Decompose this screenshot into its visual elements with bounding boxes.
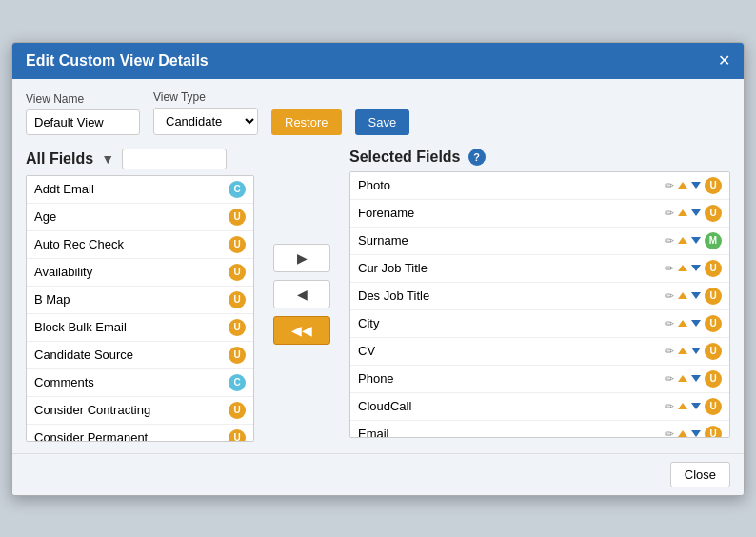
list-item[interactable]: CommentsC — [27, 369, 253, 397]
down-triangle-icon — [691, 292, 701, 299]
list-item[interactable]: Auto Rec CheckU — [27, 231, 253, 259]
move-down-button[interactable] — [691, 320, 701, 327]
down-triangle-icon — [691, 348, 701, 354]
move-down-button[interactable] — [691, 348, 701, 354]
edit-icon[interactable]: ✏ — [665, 289, 674, 303]
list-item[interactable]: AvailabilityU — [27, 259, 253, 287]
help-icon[interactable]: ? — [468, 149, 486, 166]
left-arrow-icon: ◀ — [297, 287, 308, 302]
up-triangle-icon — [678, 320, 687, 327]
move-up-button[interactable] — [678, 320, 687, 327]
list-item[interactable]: AgeU — [27, 204, 253, 231]
selected-field-badge: M — [705, 232, 722, 249]
move-down-button[interactable] — [691, 237, 701, 244]
selected-field-name: Photo — [358, 178, 659, 192]
view-type-select[interactable]: Candidate — [153, 108, 258, 135]
close-button[interactable]: Close — [670, 462, 730, 487]
double-left-arrow-icon: ◀◀ — [291, 323, 312, 338]
middle-controls: ▶ ◀ ◀◀ — [264, 244, 340, 345]
close-icon[interactable]: ✕ — [718, 53, 730, 69]
edit-icon[interactable]: ✏ — [665, 262, 674, 275]
move-up-button[interactable] — [678, 182, 687, 189]
remove-all-fields-button[interactable]: ◀◀ — [273, 316, 330, 345]
up-triangle-icon — [678, 265, 687, 271]
field-item-name: Block Bulk Email — [34, 320, 127, 334]
list-item[interactable]: Consider ContractingU — [27, 397, 253, 425]
list-item: CV✏U — [350, 338, 729, 366]
down-triangle-icon — [691, 182, 701, 189]
move-down-button[interactable] — [691, 265, 701, 271]
move-up-button[interactable] — [678, 348, 687, 354]
edit-icon[interactable]: ✏ — [665, 234, 674, 248]
edit-icon[interactable]: ✏ — [665, 372, 674, 386]
columns-area: All Fields ▼ Addt EmailCAgeUAuto Rec Che… — [26, 149, 730, 442]
move-down-button[interactable] — [691, 182, 701, 189]
edit-icon[interactable]: ✏ — [665, 345, 674, 358]
list-item[interactable]: Candidate SourceU — [27, 342, 253, 369]
edit-icon[interactable]: ✏ — [665, 428, 674, 438]
up-triangle-icon — [678, 292, 687, 299]
list-item: CloudCall✏U — [350, 393, 729, 421]
save-button[interactable]: Save — [355, 109, 410, 135]
selected-field-name: CloudCall — [358, 399, 659, 413]
move-up-button[interactable] — [678, 209, 687, 216]
edit-icon[interactable]: ✏ — [665, 179, 674, 192]
selected-field-badge: U — [705, 260, 722, 277]
remove-field-button[interactable]: ◀ — [273, 280, 330, 308]
down-triangle-icon — [691, 209, 701, 216]
selected-field-name: Phone — [358, 371, 659, 386]
list-item[interactable]: B MapU — [27, 287, 253, 314]
selected-field-badge: U — [705, 398, 722, 415]
field-item-name: Consider Contracting — [34, 403, 150, 417]
up-triangle-icon — [678, 209, 687, 216]
selected-field-controls: ✏U — [665, 398, 722, 415]
view-name-input[interactable] — [26, 109, 140, 135]
move-up-button[interactable] — [678, 403, 687, 409]
selected-field-badge: U — [705, 288, 722, 305]
selected-field-controls: ✏U — [665, 205, 722, 222]
move-down-button[interactable] — [691, 209, 701, 216]
edit-icon[interactable]: ✏ — [665, 207, 674, 220]
view-type-group: View Type Candidate — [153, 90, 258, 135]
list-item: City✏U — [350, 310, 729, 338]
move-up-button[interactable] — [678, 265, 687, 271]
move-down-button[interactable] — [691, 403, 701, 409]
field-item-name: Consider Permanent — [34, 430, 148, 442]
edit-icon[interactable]: ✏ — [665, 317, 674, 330]
move-up-button[interactable] — [678, 292, 687, 299]
field-item-name: Age — [34, 209, 56, 224]
move-down-button[interactable] — [691, 292, 701, 299]
list-item[interactable]: Block Bulk EmailU — [27, 314, 253, 342]
modal-header: Edit Custom View Details ✕ — [12, 43, 744, 79]
list-item: Email✏U — [350, 421, 729, 438]
all-fields-search[interactable] — [122, 149, 227, 169]
selected-fields-title: Selected Fields — [349, 149, 461, 166]
all-fields-list: Addt EmailCAgeUAuto Rec CheckUAvailabili… — [26, 175, 254, 442]
up-triangle-icon — [678, 182, 687, 189]
list-item[interactable]: Addt EmailC — [27, 176, 253, 204]
move-up-button[interactable] — [678, 430, 687, 437]
selected-field-badge: U — [705, 370, 722, 388]
top-row: View Name View Type Candidate Restore Sa… — [26, 90, 730, 135]
move-down-button[interactable] — [691, 375, 701, 382]
selected-field-controls: ✏U — [665, 315, 722, 332]
selected-field-controls: ✏M — [665, 232, 722, 249]
add-field-button[interactable]: ▶ — [273, 244, 330, 272]
down-triangle-icon — [691, 403, 701, 409]
selected-field-controls: ✏U — [665, 343, 722, 360]
edit-icon[interactable]: ✏ — [665, 400, 674, 413]
down-triangle-icon — [691, 320, 701, 327]
field-badge: U — [229, 264, 246, 281]
field-badge: U — [229, 347, 246, 364]
list-item: Des Job Title✏U — [350, 283, 729, 310]
list-item[interactable]: Consider PermanentU — [27, 425, 253, 442]
field-item-name: Candidate Source — [34, 348, 133, 362]
move-down-button[interactable] — [691, 430, 701, 437]
filter-icon[interactable]: ▼ — [101, 151, 114, 167]
move-up-button[interactable] — [678, 237, 687, 244]
up-triangle-icon — [678, 237, 687, 244]
selected-fields-panel: Selected Fields ? Photo✏UForename✏USurna… — [349, 149, 730, 438]
view-name-label: View Name — [26, 92, 140, 106]
move-up-button[interactable] — [678, 375, 687, 382]
restore-button[interactable]: Restore — [271, 109, 342, 135]
